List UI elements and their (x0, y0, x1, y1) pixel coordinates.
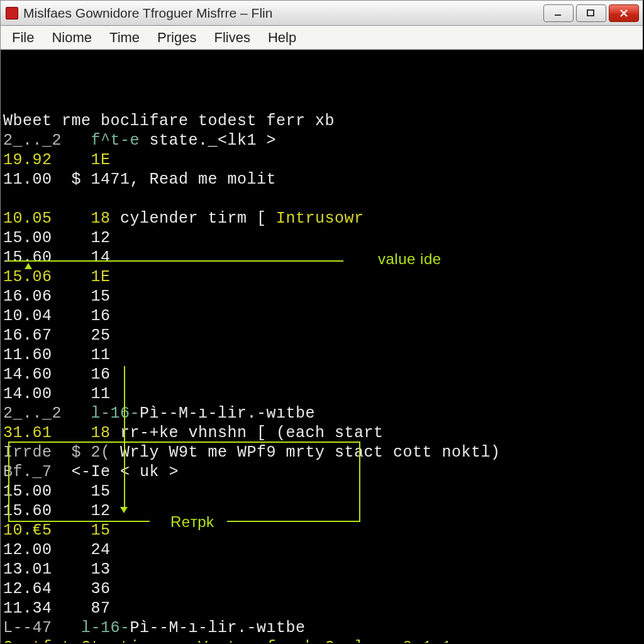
svg-rect-0 (555, 14, 561, 16)
menubar: File Niome Time Priges Flives Help (1, 26, 643, 50)
terminal-line: 15.00 15 (3, 482, 639, 501)
close-button[interactable] (609, 4, 639, 22)
terminal-line: 15.60 14 (3, 248, 639, 267)
window-title: Mislfaes Gownidore Tfroguer Misfrre – Fl… (23, 6, 543, 21)
terminal-line: Wbeet rme boclifare todest ferr xb (3, 111, 639, 131)
terminal-line: 15.60 12 (3, 501, 639, 521)
svg-rect-1 (587, 10, 594, 16)
minimize-button[interactable] (543, 4, 574, 22)
app-window: Mislfaes Gownidore Tfroguer Misfrre – Fl… (0, 0, 644, 644)
terminal-line: 10.05 18 cylender tirm [ Intrusowr (3, 209, 639, 228)
maximize-icon (586, 9, 596, 18)
terminal-line: 12.00 24 (3, 540, 639, 560)
terminal-line: 15.00 12 (3, 228, 639, 248)
terminal-line: 10.04 16 (3, 306, 639, 326)
terminal-line: 13.01 13 (3, 560, 639, 579)
terminal-line: 2_.._2 l-16-Pì--M-ı-lir.-wıtbe (3, 404, 639, 423)
terminal-line: 19.92 1E (3, 150, 639, 170)
terminal-line: 10.€5 15 (3, 521, 639, 540)
menu-help[interactable]: Help (259, 27, 305, 48)
app-icon (6, 7, 18, 19)
menu-time[interactable]: Time (101, 27, 148, 48)
terminal-line (3, 189, 639, 209)
terminal-line: Bf._7 <-Ie < uk > (3, 462, 639, 482)
terminal-line: 11.34 87 (3, 599, 639, 618)
menu-file[interactable]: File (3, 27, 43, 48)
menu-priges[interactable]: Priges (148, 27, 205, 48)
terminal-line: Irrde $ 2( Wrly W9t me WPf9 mrty stact c… (3, 443, 639, 462)
terminal-line: 31.61 18 rr-+ke vhnshn [ (each start (3, 423, 639, 443)
terminal-line: 11.00 $ 1471, Read me molit (3, 170, 639, 189)
terminal-line: 11.60 11 (3, 345, 639, 365)
terminal-line: 15.06 1E (3, 267, 639, 287)
terminal-output[interactable]: Wbeet rme boclifare todest ferr xb2_.._2… (1, 50, 643, 643)
close-icon (619, 9, 629, 18)
terminal-line: 12.64 36 (3, 579, 639, 599)
terminal-line: 16.67 25 (3, 326, 639, 345)
titlebar[interactable]: Mislfaes Gownidore Tfroguer Misfrre – Fl… (1, 1, 643, 26)
terminal-line: 14.00 11 (3, 384, 639, 404)
menu-flives[interactable]: Flives (205, 27, 258, 48)
terminal-line: 14.60 16 (3, 365, 639, 384)
maximize-button[interactable] (576, 4, 606, 22)
terminal-line: L--47 l-16-Pì--M-ı-lir.-wıtbe (3, 618, 639, 638)
window-controls (543, 4, 639, 22)
terminal-line: 2_.._2 f^t-e state._<lk1 > (3, 131, 639, 150)
terminal-line: Coutfet Ctrmtinance Vemtre fruch Cxpluar… (3, 638, 639, 643)
terminal-line: 16.06 15 (3, 287, 639, 306)
menu-niome[interactable]: Niome (43, 27, 101, 48)
minimize-icon (553, 9, 564, 17)
